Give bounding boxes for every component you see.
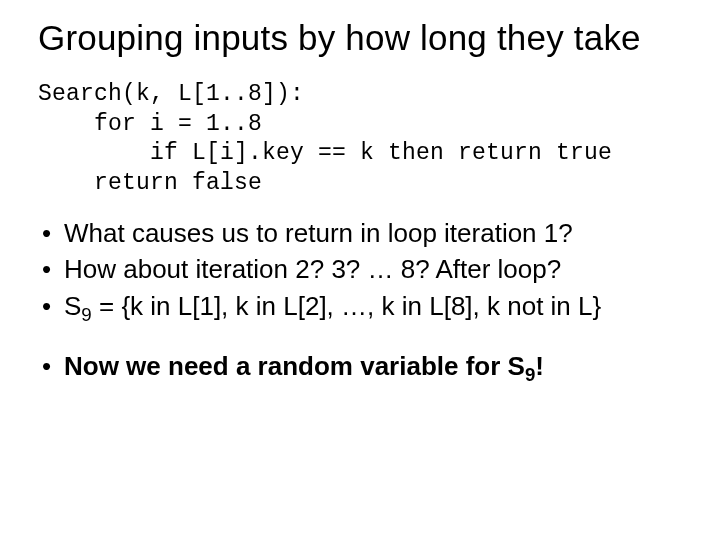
bullet-4: Now we need a random variable for S9! bbox=[38, 349, 682, 383]
bullet-4-pre: Now we need a random variable for S bbox=[64, 351, 525, 381]
code-block: Search(k, L[1..8]): for i = 1..8 if L[i]… bbox=[38, 80, 682, 198]
bullet-list-1: What causes us to return in loop iterati… bbox=[38, 216, 682, 323]
bullet-2: How about iteration 2? 3? … 8? After loo… bbox=[38, 252, 682, 286]
code-line-1: Search(k, L[1..8]): bbox=[38, 81, 304, 107]
bullet-3: S9 = {k in L[1], k in L[2], …, k in L[8]… bbox=[38, 289, 682, 323]
code-line-2: for i = 1..8 bbox=[38, 111, 262, 137]
bullet-3-pre: S bbox=[64, 291, 81, 321]
bullet-2-text: How about iteration 2? 3? … 8? After loo… bbox=[64, 254, 561, 284]
code-line-3: if L[i].key == k then return true bbox=[38, 140, 612, 166]
bullet-3-post: = {k in L[1], k in L[2], …, k in L[8], k… bbox=[92, 291, 601, 321]
bullet-list-2: Now we need a random variable for S9! bbox=[38, 349, 682, 383]
slide-title: Grouping inputs by how long they take bbox=[38, 18, 682, 58]
code-line-4: return false bbox=[38, 170, 262, 196]
bullet-3-sub: 9 bbox=[81, 304, 91, 325]
bullet-1-text: What causes us to return in loop iterati… bbox=[64, 218, 573, 248]
bullet-4-sub: 9 bbox=[525, 364, 535, 385]
bullet-1: What causes us to return in loop iterati… bbox=[38, 216, 682, 250]
bullet-4-post: ! bbox=[535, 351, 544, 381]
slide: Grouping inputs by how long they take Se… bbox=[0, 0, 720, 540]
